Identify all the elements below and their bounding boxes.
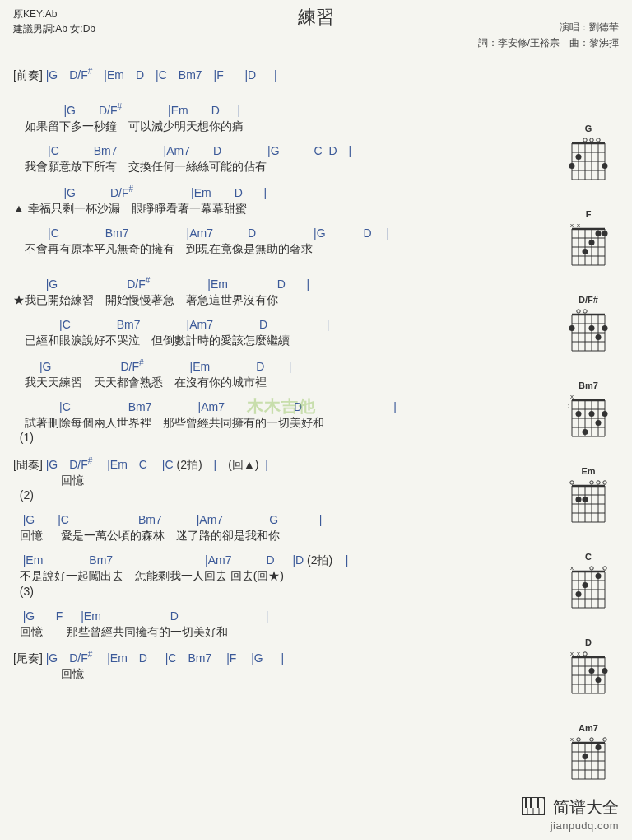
piano-icon: [522, 797, 545, 819]
svg-text:x: x: [570, 393, 574, 400]
chord-line: |G F |Em D |: [13, 609, 619, 623]
content: [前奏] |G D/F# |Em D |C Bm7 |F |D | |G D/F…: [0, 40, 632, 688]
svg-text:x: x: [577, 650, 580, 657]
diagram-label: F: [560, 209, 617, 219]
svg-point-63: [576, 411, 582, 417]
svg-point-13: [583, 138, 587, 142]
chord-line: |G D/F# |Em D |: [13, 275, 619, 292]
chord-diagram: Fxx: [560, 209, 617, 270]
singer-credit: 演唱：劉德華: [478, 20, 619, 35]
lyric-line: 我會願意放下所有 交換任何一絲絲可能的佔有: [13, 159, 619, 174]
watermark: 木木吉他: [247, 395, 316, 418]
svg-point-31: [589, 240, 595, 245]
svg-text:2: 2: [568, 402, 569, 409]
lyric-line: 試著刪除每個兩人世界裡 那些曾經共同擁有的一切美好和: [13, 415, 619, 430]
svg-point-100: [576, 591, 582, 597]
svg-point-118: [596, 677, 602, 683]
diagram-label: G: [560, 124, 617, 133]
footer-logo: 简谱大全: [522, 796, 619, 819]
chord-diagram: Em: [560, 466, 617, 527]
svg-point-14: [576, 154, 582, 160]
svg-point-81: [597, 481, 600, 484]
svg-point-45: [583, 310, 587, 313]
lyric-line: 回憶: [13, 473, 619, 488]
svg-text:x: x: [570, 564, 574, 572]
svg-point-133: [590, 738, 593, 741]
svg-point-48: [589, 325, 595, 331]
svg-point-84: [576, 497, 582, 502]
chord-line: |C Bm7 |Am7 D |: [13, 317, 619, 332]
svg-point-83: [570, 481, 574, 484]
lyric-line: (3): [13, 584, 619, 599]
svg-text:x: x: [570, 735, 574, 743]
chord-line: |G D/F# |Em D |: [13, 357, 619, 374]
svg-point-46: [577, 310, 580, 313]
chord-diagram: Dxx: [560, 637, 617, 698]
svg-rect-139: [530, 797, 532, 808]
chord-diagram: Am7x: [560, 723, 617, 784]
svg-point-30: [583, 249, 588, 254]
diagram-label: D/F#: [560, 295, 617, 305]
diagram-label: Am7: [560, 723, 617, 733]
chord-line: |Em Bm7 |Am7 D |D (2拍) |: [13, 553, 619, 567]
svg-point-135: [583, 754, 588, 759]
diagram-label: Bm7: [560, 380, 617, 390]
svg-point-15: [569, 163, 575, 169]
lyric-line: ★我已開始練習 開始慢慢著急 著急這世界沒有你: [13, 292, 619, 307]
svg-rect-140: [537, 797, 539, 808]
chord-line: |G |C Bm7 |Am7 G |: [13, 512, 619, 527]
chord-line: [間奏] |G D/F# |Em C |C (2拍) | (回▲) |: [13, 455, 619, 472]
svg-point-64: [583, 429, 588, 435]
lyric-line: (1): [13, 430, 619, 445]
svg-point-16: [602, 163, 608, 169]
song-title: 練習: [298, 5, 334, 30]
svg-point-85: [583, 497, 588, 502]
chord-diagram: Bm7x2: [560, 380, 617, 441]
lyric-line: 我天天練習 天天都會熟悉 在沒有你的城市裡: [13, 375, 619, 390]
chord-line: [尾奏] |G D/F# |Em D |C Bm7 |F |G |: [13, 649, 619, 665]
svg-text:x: x: [570, 222, 574, 229]
lyric-line: 不會再有原本平凡無奇的擁有 到現在竟像是無助的奢求: [13, 241, 619, 256]
svg-text:x: x: [577, 222, 580, 229]
svg-point-102: [596, 573, 602, 579]
lyric-line: 回憶 愛是一萬公頃的森林 迷了路的卻是我和你: [13, 528, 619, 543]
chord-line: |C Bm7 |Am7 D |: [13, 399, 619, 414]
credits: 演唱：劉德華 詞：李安修/王裕宗 曲：黎沸揮: [478, 20, 619, 51]
diagram-label: D: [560, 637, 617, 647]
svg-point-119: [602, 668, 608, 674]
svg-point-101: [583, 582, 588, 588]
svg-point-117: [589, 668, 595, 674]
svg-point-12: [590, 138, 593, 142]
svg-point-116: [583, 652, 587, 656]
svg-point-66: [596, 420, 602, 426]
svg-point-98: [603, 567, 606, 570]
svg-point-99: [590, 567, 593, 570]
lyric-line: 回憶: [13, 666, 619, 681]
lyric-line: 已經和眼淚說好不哭泣 但倒數計時的愛該怎麼繼續: [13, 333, 619, 348]
chord-line: |C Bm7 |Am7 D |G — C D |: [13, 143, 619, 158]
chord-diagrams: GFxxD/F#Bm7x2EmCxDxxAm7x: [560, 124, 617, 809]
svg-point-136: [596, 744, 602, 750]
svg-point-80: [603, 481, 606, 484]
chord-line: |C Bm7 |Am7 D |G D |: [13, 226, 619, 240]
lyric-line: 回憶 那些曾經共同擁有的一切美好和: [13, 624, 619, 639]
svg-point-134: [577, 738, 580, 741]
chord-line: [前奏] |G D/F# |Em D |C Bm7 |F |D |: [13, 66, 619, 82]
svg-point-67: [602, 411, 608, 417]
writer-credit: 詞：李安修/王裕宗 曲：黎沸揮: [478, 35, 619, 51]
svg-point-50: [602, 325, 608, 331]
chord-diagram: G: [560, 124, 617, 184]
footer: 简谱大全 jianpudq.com: [522, 796, 619, 832]
chord-diagram: D/F#: [560, 295, 617, 356]
header: 原KEY:Ab 建議男調:Ab 女:Db 練習 演唱：劉德華 詞：李安修/王裕宗…: [0, 0, 632, 40]
chord-line: |G D/F# |Em D |: [13, 184, 619, 200]
svg-point-32: [596, 231, 602, 236]
lyric-line: ▲ 幸福只剩一杯沙漏 眼睜睜看著一幕幕甜蜜: [13, 201, 619, 216]
chord-diagram: Cx: [560, 552, 617, 613]
svg-point-49: [596, 334, 602, 340]
lyric-line: 不是說好一起闖出去 怎能剩我一人回去 回去(回★): [13, 568, 619, 583]
lyric-line: (2): [13, 488, 619, 502]
svg-point-11: [597, 138, 600, 142]
chord-line: |G D/F# |Em D |: [13, 101, 619, 118]
svg-point-65: [589, 411, 595, 417]
